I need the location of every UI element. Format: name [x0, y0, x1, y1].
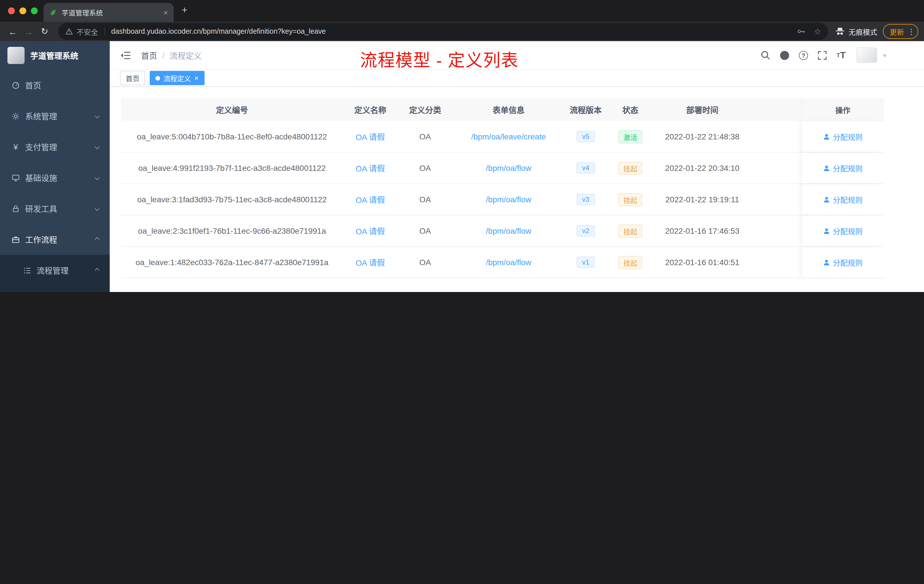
chevron-down-icon [95, 114, 100, 119]
table-row: oa_leave:3:1fad3d93-7b75-11ec-a3c8-acde4… [121, 184, 884, 215]
bookmark-star-icon[interactable]: ☆ [814, 27, 821, 36]
status-badge: 挂起 [618, 162, 642, 175]
back-icon[interactable]: ← [5, 26, 21, 36]
cell-status: 激活 [607, 121, 654, 152]
github-icon[interactable] [778, 49, 791, 62]
new-tab-button[interactable]: + [182, 5, 187, 16]
table-row: oa_leave:1:482ec033-762a-11ec-8477-a2380… [121, 247, 884, 278]
cell-filler [751, 184, 801, 215]
assign-rule-link[interactable]: 分配规则 [801, 184, 884, 215]
col-header-action: 操作 [801, 98, 884, 121]
col-header-version: 流程版本 [564, 98, 607, 121]
tag-close-icon[interactable]: × [194, 74, 198, 82]
cell-version: v4 [564, 153, 607, 183]
sidebar-item-label: 工作流程 [25, 234, 57, 245]
screen: 芋道管理系统 × + ← → ↻ 不安全 dashboard.yudao.ioc… [0, 0, 924, 292]
app: 芋道管理系统 首页 系统管理 ¥ 支付管理 基础设施 [0, 41, 924, 292]
cell-definition-name[interactable]: OA 请假 [343, 215, 398, 246]
security-label[interactable]: 不安全 [77, 26, 98, 37]
chevron-down-icon [95, 206, 100, 211]
cell-status: 挂起 [607, 215, 654, 246]
assign-rule-link[interactable]: 分配规则 [801, 247, 884, 278]
sidebar-item-workflow[interactable]: 工作流程 [0, 224, 110, 255]
logo-area: 芋道管理系统 [0, 41, 110, 70]
cell-status: 挂起 [607, 153, 654, 183]
cell-definition-id: oa_leave:2:3c1f0ef1-76b1-11ec-9c66-a2380… [121, 215, 343, 246]
tag-process-definition[interactable]: 流程定义 × [150, 71, 204, 85]
sidebar-item-devtools[interactable]: 研发工具 [0, 193, 110, 224]
avatar-dropdown-caret-icon[interactable]: ▾ [883, 52, 886, 59]
cell-definition-name[interactable]: OA 请假 [343, 184, 398, 215]
minimize-window-button[interactable] [20, 7, 26, 14]
sidebar-item-infrastructure[interactable]: 基础设施 [0, 162, 110, 193]
cell-filler [751, 215, 801, 246]
tag-home[interactable]: 首页 [120, 71, 145, 85]
cell-status: 挂起 [607, 247, 654, 278]
small-t-glyph: T [837, 52, 840, 58]
search-icon[interactable] [759, 49, 772, 62]
help-icon[interactable]: ? [797, 49, 810, 62]
cell-form-link[interactable]: /bpm/oa/flow [452, 215, 564, 246]
update-label[interactable]: 更新 [890, 26, 904, 37]
gear-icon [12, 112, 20, 120]
font-size-icon[interactable]: TT [835, 49, 848, 62]
sidebar-fold-icon[interactable] [120, 51, 131, 60]
cell-form-link[interactable]: /bpm/oa/flow [452, 247, 564, 278]
user-icon [823, 196, 831, 203]
zoom-window-button[interactable] [31, 7, 38, 14]
cell-version: v5 [564, 121, 607, 152]
sidebar-item-process-form[interactable]: 流程表单 [0, 286, 110, 292]
tab-close-icon[interactable]: × [163, 8, 168, 17]
navbar-actions: ? TT ▾ [759, 48, 915, 63]
browser-menu-icon[interactable]: ⋮ [907, 27, 916, 36]
cell-filler [751, 247, 801, 278]
cell-definition-name[interactable]: OA 请假 [343, 153, 398, 183]
user-avatar[interactable] [857, 48, 878, 63]
reload-icon[interactable]: ↻ [36, 26, 53, 36]
cell-definition-name[interactable]: OA 请假 [343, 247, 398, 278]
action-label: 分配规则 [833, 257, 863, 268]
action-label: 分配规则 [833, 163, 863, 173]
cell-form-link[interactable]: /bpm/oa/flow [452, 184, 564, 215]
key-icon[interactable] [797, 27, 806, 36]
breadcrumb: 首页 / 流程定义 [141, 49, 202, 61]
fullscreen-icon[interactable] [816, 49, 829, 62]
address-bar[interactable]: 不安全 dashboard.yudao.iocoder.cn/bpm/manag… [58, 23, 828, 40]
breadcrumb-separator: / [162, 51, 165, 60]
sidebar-item-home[interactable]: 首页 [0, 70, 110, 101]
dashboard-icon [12, 81, 20, 89]
col-header-time: 部署时间 [654, 98, 751, 121]
sidebar-item-label: 研发工具 [25, 203, 57, 214]
url-text[interactable]: dashboard.yudao.iocoder.cn/bpm/manager/d… [111, 27, 789, 35]
cell-definition-name[interactable]: OA 请假 [343, 121, 398, 152]
breadcrumb-home[interactable]: 首页 [141, 49, 157, 61]
update-chip[interactable]: 更新 ⋮ [883, 24, 918, 39]
user-icon [823, 227, 831, 234]
workflow-submenu: 流程管理 流程表单 用户分组 流程模型 任务管理 [0, 255, 110, 292]
cell-form-link[interactable]: /bpm/oa/flow [452, 153, 564, 183]
cell-filler [751, 153, 801, 183]
col-header-category: 定义分类 [398, 98, 452, 121]
cell-category: OA [398, 153, 452, 183]
sidebar-item-system[interactable]: 系统管理 [0, 101, 110, 132]
cell-definition-id: oa_leave:3:1fad3d93-7b75-11ec-a3c8-acde4… [121, 184, 343, 215]
cell-form-link[interactable]: /bpm/oa/leave/create [452, 121, 564, 152]
window-controls [8, 7, 38, 14]
table-row: oa_leave:2:3c1f0ef1-76b1-11ec-9c66-a2380… [121, 215, 884, 247]
chevron-down-icon [95, 145, 100, 149]
chevron-up-icon [95, 237, 100, 242]
cell-status: 挂起 [607, 184, 654, 215]
assign-rule-link[interactable]: 分配规则 [801, 215, 884, 246]
assign-rule-link[interactable]: 分配规则 [801, 153, 884, 183]
cell-category: OA [398, 184, 452, 215]
version-tag: v1 [576, 257, 595, 268]
browser-tab[interactable]: 芋道管理系统 × [43, 3, 174, 22]
main-area: 首页 / 流程定义 流程模型 - 定义列表 ? [110, 41, 924, 292]
assign-rule-link[interactable]: 分配规则 [801, 121, 884, 152]
close-window-button[interactable] [8, 7, 15, 14]
cell-version: v1 [564, 247, 607, 278]
sidebar-item-process-management[interactable]: 流程管理 [0, 255, 110, 286]
cell-version: v2 [564, 215, 607, 246]
forward-icon[interactable]: → [21, 26, 36, 36]
sidebar-item-payment[interactable]: ¥ 支付管理 [0, 132, 110, 162]
